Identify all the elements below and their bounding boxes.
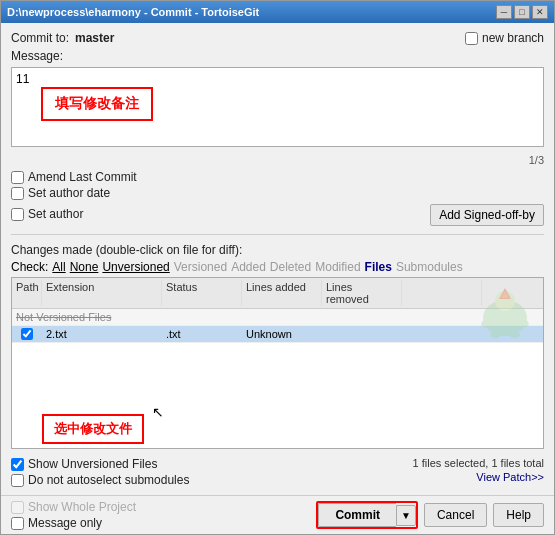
check-modified-link[interactable]: Modified	[315, 260, 360, 274]
show-whole-project-label: Show Whole Project	[28, 500, 136, 514]
amend-row: Amend Last Commit	[11, 170, 544, 184]
amend-label: Amend Last Commit	[28, 170, 137, 184]
set-author-label: Set author	[28, 207, 83, 221]
minimize-button[interactable]: ─	[496, 5, 512, 19]
close-button[interactable]: ✕	[532, 5, 548, 19]
check-none-link[interactable]: None	[70, 260, 99, 274]
table-row[interactable]: 2.txt .txt Unknown	[12, 326, 543, 343]
bottom-options: Show Unversioned Files Do not autoselect…	[11, 457, 544, 487]
title-bar-buttons: ─ □ ✕	[496, 5, 548, 19]
col-lines-added-header: Lines added	[242, 280, 322, 306]
message-only-row: Message only	[11, 516, 136, 530]
file-row-checkbox[interactable]	[21, 328, 33, 340]
author-date-checkbox[interactable]	[11, 187, 24, 200]
signed-off-row: Add Signed-off-by	[430, 204, 544, 226]
svg-point-4	[490, 332, 500, 338]
show-whole-project-checkbox	[11, 501, 24, 514]
show-unversioned-label: Show Unversioned Files	[28, 457, 157, 471]
new-branch-checkbox[interactable]	[465, 32, 478, 45]
view-patch-link[interactable]: View Patch>>	[476, 471, 544, 483]
new-branch-checkbox-row: new branch	[465, 31, 544, 45]
changes-header: Changes made (double-click on file for d…	[11, 243, 544, 257]
file-lines-removed-cell	[402, 332, 482, 336]
commit-to-value: master	[75, 31, 114, 45]
bottom-bar-left: Show Whole Project Message only	[11, 500, 136, 530]
col-lines-removed-header: Lines removed	[322, 280, 402, 306]
author-date-row: Set author date	[11, 186, 544, 200]
file-checkbox-cell[interactable]	[12, 326, 42, 342]
message-only-label: Message only	[28, 516, 102, 530]
cancel-button[interactable]: Cancel	[424, 503, 487, 527]
author-date-label: Set author date	[28, 186, 110, 200]
message-only-checkbox[interactable]	[11, 517, 24, 530]
show-unversioned-checkbox[interactable]	[11, 458, 24, 471]
title-bar: D:\newprocess\eharmony - Commit - Tortoi…	[1, 1, 554, 23]
file-path-cell: 2.txt	[42, 326, 162, 342]
content-area: Commit to: master new branch Message: 填写…	[1, 23, 554, 495]
set-author-row: Set author	[11, 207, 83, 221]
message-container: 填写修改备注	[11, 67, 544, 150]
files-count: 1 files selected, 1 files total	[413, 457, 544, 469]
no-autoselect-row: Do not autoselect submodules	[11, 473, 189, 487]
col-status-header: Status	[162, 280, 242, 306]
show-whole-project-row: Show Whole Project	[11, 500, 136, 514]
commit-to-row: Commit to: master new branch	[11, 31, 544, 45]
tortoise-logo	[475, 283, 535, 343]
col-extension-header: Extension	[42, 280, 162, 306]
select-annotation: 选中修改文件	[42, 414, 144, 444]
window-title: D:\newprocess\eharmony - Commit - Tortoi…	[7, 6, 259, 18]
separator-1	[11, 234, 544, 235]
no-autoselect-checkbox[interactable]	[11, 474, 24, 487]
check-all-link[interactable]: All	[52, 260, 65, 274]
check-versioned-link[interactable]: Versioned	[174, 260, 227, 274]
no-autoselect-label: Do not autoselect submodules	[28, 473, 189, 487]
check-label: Check:	[11, 260, 48, 274]
col-extra-header	[402, 280, 482, 306]
col-path-header: Path	[12, 280, 42, 306]
check-row: Check: All None Unversioned Versioned Ad…	[11, 260, 544, 274]
maximize-button[interactable]: □	[514, 5, 530, 19]
file-extension-cell: .txt	[162, 326, 242, 342]
commit-btn-group: Commit ▼	[316, 501, 418, 529]
action-buttons: Commit ▼ Cancel Help	[316, 501, 544, 529]
commit-dropdown-button[interactable]: ▼	[396, 505, 416, 526]
files-table: Path Extension Status Lines added Lines …	[11, 277, 544, 449]
message-textarea[interactable]	[11, 67, 544, 147]
check-added-link[interactable]: Added	[231, 260, 266, 274]
commit-to-label: Commit to:	[11, 31, 69, 45]
signed-off-button[interactable]: Add Signed-off-by	[430, 204, 544, 226]
check-deleted-link[interactable]: Deleted	[270, 260, 311, 274]
set-author-checkbox[interactable]	[11, 208, 24, 221]
file-lines-added-cell	[322, 332, 402, 336]
check-files-link[interactable]: Files	[365, 260, 392, 274]
char-count: 1/3	[11, 154, 544, 166]
show-unversioned-row: Show Unversioned Files	[11, 457, 189, 471]
message-label: Message:	[11, 49, 544, 63]
cursor-indicator: ↖	[152, 404, 164, 420]
file-status-cell: Unknown	[242, 326, 322, 342]
help-button[interactable]: Help	[493, 503, 544, 527]
changes-section: Changes made (double-click on file for d…	[11, 243, 544, 449]
files-table-body: Not Versioned Files 2.txt .txt Unknown	[12, 309, 543, 343]
main-window: D:\newprocess\eharmony - Commit - Tortoi…	[0, 0, 555, 535]
bottom-action-bar: Show Whole Project Message only Commit ▼…	[1, 495, 554, 534]
check-unversioned-link[interactable]: Unversioned	[102, 260, 169, 274]
check-submodules-link[interactable]: Submodules	[396, 260, 463, 274]
commit-button[interactable]: Commit	[318, 503, 396, 527]
bottom-right-options: 1 files selected, 1 files total View Pat…	[413, 457, 544, 483]
new-branch-label: new branch	[482, 31, 544, 45]
bottom-left-options: Show Unversioned Files Do not autoselect…	[11, 457, 189, 487]
not-versioned-section: Not Versioned Files	[12, 309, 543, 326]
amend-section: Amend Last Commit Set author date Set au…	[11, 170, 544, 226]
files-table-header: Path Extension Status Lines added Lines …	[12, 278, 543, 309]
amend-checkbox[interactable]	[11, 171, 24, 184]
svg-point-5	[510, 332, 520, 338]
